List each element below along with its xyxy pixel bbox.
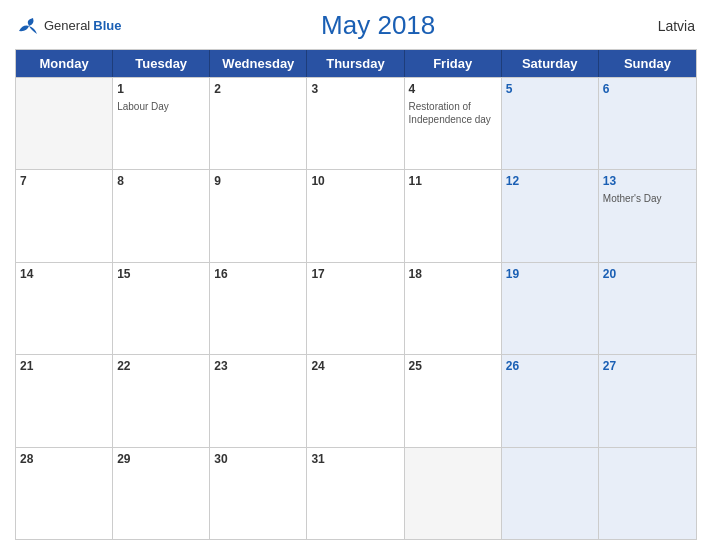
day-cell: 18: [405, 263, 502, 354]
day-cell: 11: [405, 170, 502, 261]
day-cell: 24: [307, 355, 404, 446]
day-event: Restoration of Independence day: [409, 100, 497, 126]
day-cell: 7: [16, 170, 113, 261]
day-number: 5: [506, 81, 594, 98]
day-cell: 16: [210, 263, 307, 354]
day-cell: 12: [502, 170, 599, 261]
day-cell: [405, 448, 502, 539]
header-saturday: Saturday: [502, 50, 599, 77]
day-cell: 6: [599, 78, 696, 169]
day-cell: 30: [210, 448, 307, 539]
logo-general-text: General: [44, 18, 90, 33]
day-cell: 26: [502, 355, 599, 446]
day-number: 2: [214, 81, 302, 98]
day-cell: 8: [113, 170, 210, 261]
day-number: 4: [409, 81, 497, 98]
day-cell: 9: [210, 170, 307, 261]
day-number: 9: [214, 173, 302, 190]
day-number: 3: [311, 81, 399, 98]
day-cell: 15: [113, 263, 210, 354]
header-thursday: Thursday: [307, 50, 404, 77]
day-number: 6: [603, 81, 692, 98]
day-cell: [599, 448, 696, 539]
day-cell: 3: [307, 78, 404, 169]
day-number: 19: [506, 266, 594, 283]
day-number: 12: [506, 173, 594, 190]
day-cell: [502, 448, 599, 539]
calendar-title: May 2018: [121, 10, 635, 41]
day-number: 11: [409, 173, 497, 190]
day-cell: 20: [599, 263, 696, 354]
day-number: 17: [311, 266, 399, 283]
day-cell: 17: [307, 263, 404, 354]
day-number: 29: [117, 451, 205, 468]
logo-bird-icon: [17, 16, 41, 36]
calendar-grid: Monday Tuesday Wednesday Thursday Friday…: [15, 49, 697, 540]
country-label: Latvia: [635, 18, 695, 34]
header-wednesday: Wednesday: [210, 50, 307, 77]
day-cell: 2: [210, 78, 307, 169]
day-cell: 22: [113, 355, 210, 446]
day-event: Labour Day: [117, 100, 205, 113]
header-sunday: Sunday: [599, 50, 696, 77]
day-number: 23: [214, 358, 302, 375]
day-cell: 25: [405, 355, 502, 446]
day-number: 30: [214, 451, 302, 468]
day-cell: 13Mother's Day: [599, 170, 696, 261]
day-number: 21: [20, 358, 108, 375]
day-cell: 14: [16, 263, 113, 354]
day-number: 31: [311, 451, 399, 468]
week-row-2: 78910111213Mother's Day: [16, 169, 696, 261]
day-cell: 31: [307, 448, 404, 539]
day-cell: [16, 78, 113, 169]
day-cell: 1Labour Day: [113, 78, 210, 169]
day-cell: 28: [16, 448, 113, 539]
day-number: 1: [117, 81, 205, 98]
day-number: 15: [117, 266, 205, 283]
logo-blue-text: Blue: [93, 18, 121, 33]
day-number: 27: [603, 358, 692, 375]
day-cell: 21: [16, 355, 113, 446]
day-number: 16: [214, 266, 302, 283]
day-headers-row: Monday Tuesday Wednesday Thursday Friday…: [16, 50, 696, 77]
day-cell: 29: [113, 448, 210, 539]
week-row-3: 14151617181920: [16, 262, 696, 354]
day-cell: 5: [502, 78, 599, 169]
day-cell: 19: [502, 263, 599, 354]
day-number: 24: [311, 358, 399, 375]
day-event: Mother's Day: [603, 192, 692, 205]
day-number: 7: [20, 173, 108, 190]
logo: General Blue: [17, 16, 121, 36]
week-row-1: 1Labour Day234Restoration of Independenc…: [16, 77, 696, 169]
day-number: 22: [117, 358, 205, 375]
week-row-5: 28293031: [16, 447, 696, 539]
header-tuesday: Tuesday: [113, 50, 210, 77]
day-number: 28: [20, 451, 108, 468]
day-number: 18: [409, 266, 497, 283]
day-number: 14: [20, 266, 108, 283]
day-cell: 10: [307, 170, 404, 261]
day-number: 25: [409, 358, 497, 375]
day-number: 13: [603, 173, 692, 190]
day-number: 8: [117, 173, 205, 190]
weeks-container: 1Labour Day234Restoration of Independenc…: [16, 77, 696, 539]
day-cell: 27: [599, 355, 696, 446]
week-row-4: 21222324252627: [16, 354, 696, 446]
day-number: 20: [603, 266, 692, 283]
day-cell: 23: [210, 355, 307, 446]
header-friday: Friday: [405, 50, 502, 77]
day-number: 10: [311, 173, 399, 190]
day-number: 26: [506, 358, 594, 375]
header-monday: Monday: [16, 50, 113, 77]
calendar-header: General Blue May 2018 Latvia: [15, 10, 697, 41]
day-cell: 4Restoration of Independence day: [405, 78, 502, 169]
